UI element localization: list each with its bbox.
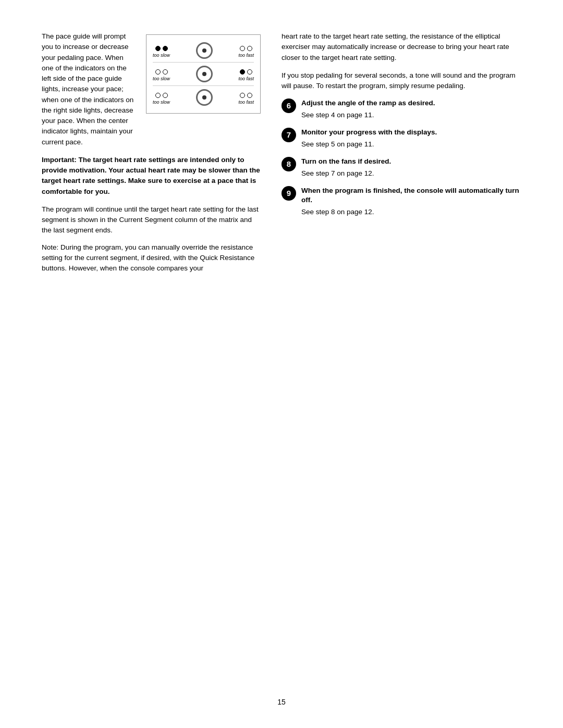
page-number: 15: [0, 697, 563, 707]
pace-diagram-box: too slow too fa: [146, 34, 261, 114]
intro-paragraph: The pace guide will prompt you to increa…: [42, 31, 137, 147]
center-circle: [196, 42, 213, 59]
pace-row-1: too slow too fa: [153, 39, 254, 63]
too-slow-label-1: too slow: [153, 52, 170, 59]
step-6: 6 Adjust the angle of the ramp as desire…: [282, 98, 521, 120]
step-8-number: 8: [282, 157, 296, 171]
step-7: 7 Monitor your progress with the display…: [282, 128, 521, 150]
dot: [163, 69, 168, 75]
center-row3: [194, 89, 215, 106]
dot: [155, 46, 161, 51]
steps-list: 6 Adjust the angle of the ramp as desire…: [282, 98, 521, 217]
dot: [240, 46, 245, 51]
center-row2: [194, 66, 215, 82]
step-9-title: When the program is finished, the consol…: [301, 186, 521, 206]
left-section-row3: too slow: [153, 93, 170, 106]
center-row1: [194, 42, 215, 59]
right-section-row2: too fast: [238, 69, 254, 82]
step-9-sub: See step 8 on page 12.: [301, 207, 521, 217]
step-8-sub: See step 7 on page 12.: [301, 169, 521, 179]
step-9-content: When the program is finished, the consol…: [301, 186, 521, 218]
center-circle: [196, 66, 213, 82]
intro-section: The pace guide will prompt you to increa…: [42, 31, 261, 147]
too-slow-label-2: too slow: [153, 76, 170, 82]
dot: [163, 93, 168, 98]
dot: [247, 46, 252, 51]
dot: [247, 69, 252, 75]
step-8: 8 Turn on the fans if desired. See step …: [282, 157, 521, 179]
para-2: The program will continue until the targ…: [42, 204, 261, 236]
intro-text: The pace guide will prompt you to increa…: [42, 31, 137, 147]
step-6-number: 6: [282, 98, 296, 113]
step-7-title: Monitor your progress with the displays.: [301, 128, 521, 138]
pace-diagram: too slow too fa: [146, 31, 261, 119]
too-fast-label-3: too fast: [238, 99, 254, 106]
left-section-row2: too slow: [153, 69, 170, 82]
dot: [240, 69, 245, 75]
page: The pace guide will prompt you to increa…: [0, 0, 563, 728]
right-section-row1: too fast: [238, 46, 254, 59]
too-fast-label-2: too fast: [238, 76, 254, 82]
dot: [163, 46, 168, 51]
right-para-1: heart rate to the target heart rate sett…: [282, 31, 521, 63]
center-circle: [196, 89, 213, 106]
bold-paragraph: Important: The target heart rate setting…: [42, 155, 261, 197]
too-fast-label-1: too fast: [238, 52, 254, 59]
dot: [247, 93, 252, 98]
step-6-title: Adjust the angle of the ramp as desired.: [301, 98, 521, 108]
right-para-2: If you stop pedaling for several seconds…: [282, 70, 521, 92]
para-3: Note: During the program, you can manual…: [42, 242, 261, 274]
step-7-number: 7: [282, 128, 296, 142]
step-9-number: 9: [282, 186, 296, 201]
pace-row-2: too slow too fa: [153, 63, 254, 86]
right-column: heart rate to the target heart rate sett…: [282, 31, 521, 280]
step-7-sub: See step 5 on page 11.: [301, 140, 521, 150]
too-slow-label-3: too slow: [153, 99, 170, 106]
dot: [240, 93, 245, 98]
right-section-row3: too fast: [238, 93, 254, 106]
step-8-content: Turn on the fans if desired. See step 7 …: [301, 157, 521, 179]
pace-row-3: too slow too fa: [153, 86, 254, 109]
step-9: 9 When the program is finished, the cons…: [282, 186, 521, 218]
dot: [155, 69, 161, 75]
step-6-sub: See step 4 on page 11.: [301, 110, 521, 120]
step-7-content: Monitor your progress with the displays.…: [301, 128, 521, 150]
left-section-row1: too slow: [153, 46, 170, 59]
step-6-content: Adjust the angle of the ramp as desired.…: [301, 98, 521, 120]
left-column: The pace guide will prompt you to increa…: [42, 31, 261, 280]
step-8-title: Turn on the fans if desired.: [301, 157, 521, 167]
dot: [155, 93, 161, 98]
